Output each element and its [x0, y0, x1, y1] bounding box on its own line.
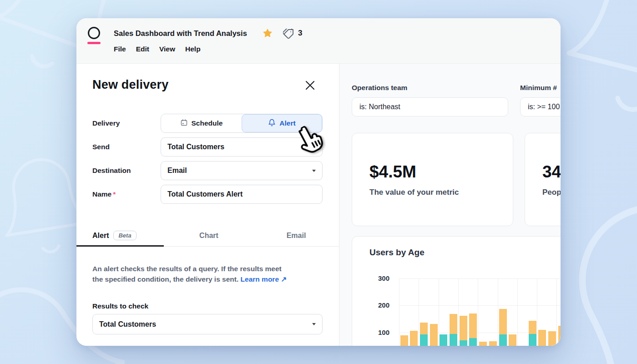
filter-minimum-label: Minimum # — [520, 84, 557, 92]
bar-segment-orange — [460, 316, 467, 340]
bar-segment-orange — [400, 335, 408, 346]
name-input[interactable]: Total Customers Alert — [161, 185, 323, 204]
y-tick-label: 200 — [362, 301, 389, 309]
menu-view[interactable]: View — [159, 45, 175, 53]
destination-label: Destination — [92, 161, 158, 180]
app-logo-icon[interactable] — [88, 27, 100, 39]
gridline — [419, 278, 419, 346]
menu-help[interactable]: Help — [185, 45, 201, 53]
chart-card: Users by Age 300200100 — [352, 236, 561, 346]
schedule-button-label: Schedule — [192, 119, 223, 127]
chevron-down-icon — [312, 170, 316, 172]
bar-segment-orange — [450, 314, 457, 334]
gridline — [556, 278, 557, 346]
alert-description: An alert checks the results of a query. … — [92, 264, 324, 284]
bar-segment-orange — [410, 331, 418, 346]
bar-segment-orange — [538, 330, 546, 346]
metric-card: 34 Peop — [525, 133, 561, 226]
desktop-background: Sales Dashboard with Trend Analysis 3 Fi… — [0, 0, 637, 364]
menu-edit[interactable]: Edit — [136, 45, 149, 53]
bar-segment-orange — [499, 309, 507, 334]
chart-title: Users by Age — [369, 248, 425, 258]
gridline — [439, 278, 439, 346]
bar-segment-orange — [420, 323, 428, 335]
bar-segment-teal — [469, 338, 477, 346]
bar-segment-teal — [460, 340, 467, 346]
tab-alert-label: Alert — [92, 232, 109, 240]
chart-plot — [399, 278, 561, 346]
gridline — [498, 278, 498, 346]
bar-segment-orange — [509, 334, 516, 346]
chart-y-axis: 300200100 — [359, 278, 389, 346]
gridline — [399, 278, 561, 279]
gridline — [399, 305, 561, 306]
metric-caption: The value of your metric — [369, 188, 459, 197]
gridline — [517, 278, 518, 346]
alert-button-label: Alert — [279, 119, 295, 127]
send-label: Send — [92, 137, 158, 157]
required-asterisk: * — [113, 190, 116, 198]
tags-icon[interactable] — [283, 29, 294, 41]
bar-segment-teal — [440, 334, 447, 346]
tab-alert[interactable]: Alert Beta — [92, 231, 136, 240]
bell-icon — [268, 119, 276, 128]
gridline — [478, 278, 478, 346]
name-label: Name* — [92, 185, 158, 204]
y-tick-label: 300 — [362, 274, 389, 282]
schedule-button[interactable]: Schedule — [161, 114, 242, 132]
filter-minimum-value: is: >= 100 — [528, 103, 560, 111]
beta-badge: Beta — [113, 231, 136, 240]
gridline — [399, 278, 399, 346]
bar-segment-teal — [529, 334, 536, 346]
bar-segment-teal — [420, 334, 428, 346]
filter-operations-team-input[interactable]: is: Northeast — [352, 97, 508, 116]
results-to-check-label: Results to check — [92, 302, 148, 310]
metric-card: $4.5M The value of your metric — [352, 133, 513, 226]
send-value: Total Customers — [167, 143, 224, 151]
name-value: Total Customers Alert — [167, 190, 243, 198]
calendar-icon — [180, 119, 188, 128]
y-tick-label: 100 — [362, 329, 389, 336]
filter-operations-team-value: is: Northeast — [359, 103, 400, 111]
active-tab-underline — [76, 245, 164, 247]
destination-value: Email — [167, 167, 187, 175]
tab-chart[interactable]: Chart — [184, 232, 234, 240]
favorite-star-icon[interactable] — [263, 28, 273, 40]
gridline — [458, 278, 459, 346]
bar-segment-orange — [529, 321, 536, 334]
delivery-label: Delivery — [92, 114, 158, 133]
external-arrow-icon: ↗ — [281, 275, 287, 283]
filter-minimum-input[interactable]: is: >= 100 — [520, 97, 561, 116]
filter-operations-team-label: Operations team — [352, 84, 407, 92]
learn-more-link[interactable]: Learn more ↗ — [241, 275, 287, 283]
bar-segment-orange — [548, 331, 556, 346]
gridline — [537, 278, 537, 346]
app-window: Sales Dashboard with Trend Analysis 3 Fi… — [76, 18, 561, 346]
metric-value: 34 — [542, 162, 561, 182]
metric-caption: Peop — [542, 188, 561, 197]
metric-value: $4.5M — [369, 162, 416, 182]
dashboard-title: Sales Dashboard with Trend Analysis — [114, 29, 247, 38]
bar-segment-teal — [450, 334, 457, 346]
bar-segment-orange — [430, 324, 438, 346]
dashboard-pane: Operations team is: Northeast Minimum # … — [339, 64, 561, 346]
bar-segment-orange — [479, 342, 487, 346]
menu-file[interactable]: File — [114, 45, 126, 53]
tab-email[interactable]: Email — [271, 232, 321, 240]
destination-select[interactable]: Email — [161, 161, 323, 180]
bar-segment-teal — [499, 334, 507, 346]
tags-count: 3 — [298, 29, 302, 38]
chevron-down-icon — [312, 323, 316, 325]
close-icon[interactable] — [305, 81, 316, 91]
app-logo-underline — [87, 42, 101, 44]
results-to-check-select[interactable]: Total Customers — [92, 314, 323, 334]
window-header: Sales Dashboard with Trend Analysis 3 Fi… — [76, 18, 561, 64]
bar-segment-orange — [469, 313, 477, 338]
bar-segment-orange — [489, 341, 497, 346]
results-to-check-value: Total Customers — [99, 320, 156, 329]
panel-title: New delivery — [92, 78, 169, 92]
menu-bar: File Edit View Help — [114, 45, 201, 53]
new-delivery-panel: New delivery Delivery Schedule Alert — [76, 64, 339, 346]
